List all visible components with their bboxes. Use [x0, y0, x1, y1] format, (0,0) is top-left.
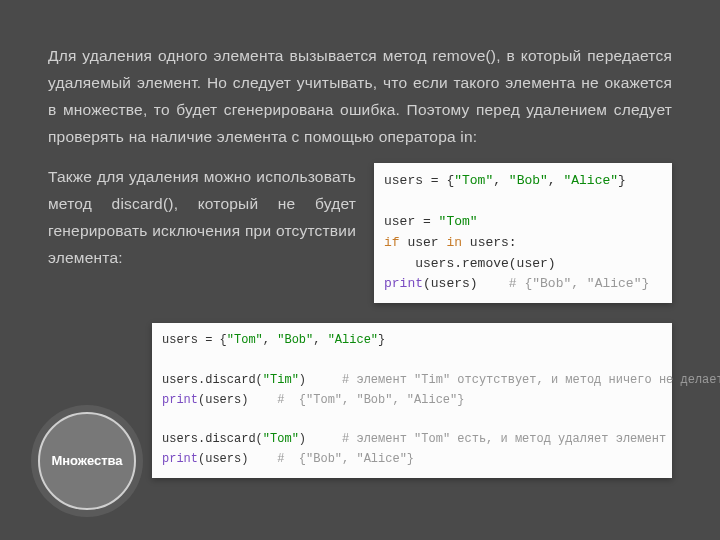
topic-badge: Множества — [38, 412, 136, 510]
code-example-discard: users = {"Tom", "Bob", "Alice"} users.di… — [152, 323, 672, 478]
content-row: Также для удаления можно использовать ме… — [48, 163, 672, 304]
discard-paragraph: Также для удаления можно использовать ме… — [48, 163, 356, 272]
intro-paragraph: Для удаления одного элемента вызывается … — [48, 42, 672, 151]
badge-label: Множества — [51, 454, 122, 468]
code-example-remove: users = {"Tom", "Bob", "Alice"} user = "… — [374, 163, 672, 304]
